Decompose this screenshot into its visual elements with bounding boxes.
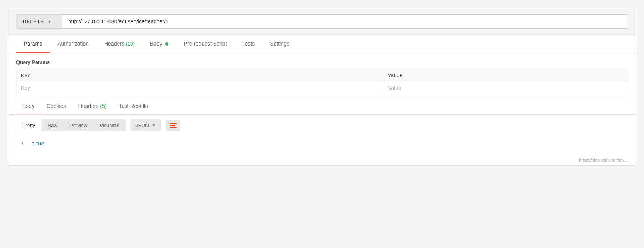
response-tabs-container: Body Cookies Headers (5) Test Results — [8, 98, 636, 115]
tab-headers[interactable]: Headers (10) — [96, 35, 142, 53]
method-label: DELETE — [23, 18, 44, 24]
tab-authorization[interactable]: Authorization — [50, 35, 96, 53]
response-tab-body[interactable]: Body — [16, 98, 41, 114]
method-chevron: ▼ — [47, 20, 51, 24]
url-bar: DELETE ▼ — [8, 8, 636, 35]
body-dot — [165, 42, 168, 46]
format-group: Pretty Raw Preview Visualize — [16, 119, 126, 131]
wrap-button[interactable] — [166, 120, 180, 131]
table-row: Key Value — [16, 81, 628, 95]
method-select[interactable]: DELETE ▼ — [16, 14, 62, 29]
query-params-section: Query Params KEY VALUE Key Value — [8, 53, 636, 95]
code-value-1: true — [31, 139, 44, 148]
response-tab-headers[interactable]: Headers (5) — [72, 98, 113, 114]
headers-badge: (10) — [126, 41, 135, 47]
footer: https://blog.csdn.net/hxx... — [8, 156, 636, 165]
key-column-header: KEY — [16, 70, 383, 81]
request-tabs-container: Params Authorization Headers (10) Body P… — [8, 35, 636, 53]
response-tab-test-results[interactable]: Test Results — [113, 98, 154, 114]
code-line-1: 1 true — [16, 139, 628, 148]
params-table: KEY VALUE Key Value — [16, 70, 628, 95]
key-placeholder: Key — [21, 85, 30, 91]
value-input-cell[interactable]: Value — [383, 81, 628, 95]
wrap-icon — [170, 123, 177, 128]
format-btn-pretty[interactable]: Pretty — [16, 119, 41, 131]
tab-settings[interactable]: Settings — [262, 35, 297, 53]
request-tabs: Params Authorization Headers (10) Body P… — [16, 35, 628, 53]
main-container: DELETE ▼ Params Authorization Headers (1… — [8, 8, 636, 166]
key-input-cell[interactable]: Key — [16, 81, 383, 95]
json-format-select[interactable]: JSON ▼ — [130, 119, 161, 131]
response-tabs: Body Cookies Headers (5) Test Results — [16, 98, 628, 114]
json-format-label: JSON — [136, 122, 149, 128]
line-number-1: 1 — [16, 139, 24, 148]
response-tab-cookies[interactable]: Cookies — [41, 98, 72, 114]
value-column-header: VALUE — [383, 70, 628, 81]
format-bar: Pretty Raw Preview Visualize JSON ▼ — [8, 115, 636, 136]
tab-body[interactable]: Body — [142, 35, 176, 53]
tab-params[interactable]: Params — [16, 35, 50, 53]
url-input[interactable] — [62, 14, 628, 29]
code-area: 1 true — [8, 136, 636, 156]
format-btn-visualize[interactable]: Visualize — [93, 119, 126, 131]
value-placeholder: Value — [388, 85, 401, 91]
tab-tests[interactable]: Tests — [235, 35, 263, 53]
query-params-title: Query Params — [16, 59, 628, 65]
response-headers-badge: (5) — [100, 103, 106, 109]
format-btn-raw[interactable]: Raw — [41, 119, 64, 131]
footer-text: https://blog.csdn.net/hxx... — [579, 158, 628, 162]
json-format-chevron: ▼ — [152, 123, 156, 127]
tab-pre-request-script[interactable]: Pre-request Script — [176, 35, 235, 53]
format-btn-preview[interactable]: Preview — [64, 119, 93, 131]
